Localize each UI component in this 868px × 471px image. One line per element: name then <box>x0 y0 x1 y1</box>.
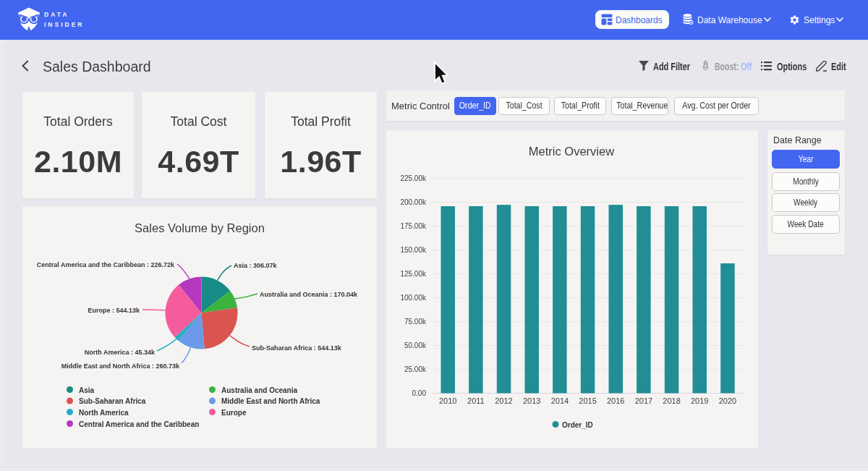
svg-text:Europe: Europe <box>221 409 247 417</box>
svg-text:2014: 2014 <box>551 396 569 405</box>
svg-text:Sub-Saharan Africa : 544.13k: Sub-Saharan Africa : 544.13k <box>252 344 342 352</box>
svg-text:2017: 2017 <box>635 396 652 405</box>
svg-text:150.00k: 150.00k <box>400 246 427 254</box>
svg-text:2013: 2013 <box>523 396 540 405</box>
svg-text:Central America and the Caribb: Central America and the Caribbean : 226.… <box>37 261 175 268</box>
svg-text:2015: 2015 <box>579 396 596 405</box>
svg-text:2012: 2012 <box>495 396 512 405</box>
svg-text:2011: 2011 <box>467 396 485 405</box>
svg-text:Order_ID: Order_ID <box>562 421 593 429</box>
svg-text:100.00k: 100.00k <box>400 294 427 302</box>
svg-text:Sales Volume by Region: Sales Volume by Region <box>135 221 265 234</box>
svg-text:2018: 2018 <box>663 396 680 405</box>
svg-text:2020: 2020 <box>719 396 736 405</box>
svg-text:2010: 2010 <box>439 396 456 405</box>
svg-text:Australia and Oceania: Australia and Oceania <box>221 386 297 394</box>
svg-text:2016: 2016 <box>607 396 624 405</box>
svg-text:175.00k: 175.00k <box>400 222 427 230</box>
svg-text:0.00: 0.00 <box>412 389 427 397</box>
svg-text:North America : 45.34k: North America : 45.34k <box>85 349 156 356</box>
svg-text:Sub-Saharan Africa: Sub-Saharan Africa <box>79 397 146 405</box>
svg-text:North America: North America <box>79 409 129 417</box>
svg-text:225.00k: 225.00k <box>400 174 427 182</box>
svg-text:75.00k: 75.00k <box>404 318 427 326</box>
svg-text:2019: 2019 <box>691 396 708 405</box>
svg-text:Australia and Oceania : 170.04: Australia and Oceania : 170.04k <box>260 291 358 298</box>
svg-text:50.00k: 50.00k <box>404 341 427 349</box>
svg-text:200.00k: 200.00k <box>400 198 427 206</box>
svg-text:25.00k: 25.00k <box>404 365 427 373</box>
svg-text:Asia : 306.07k: Asia : 306.07k <box>234 262 278 269</box>
svg-text:Metric Overview: Metric Overview <box>529 145 614 158</box>
svg-text:Middle East and North Africa: Middle East and North Africa <box>221 397 320 405</box>
svg-text:125.00k: 125.00k <box>400 270 427 278</box>
svg-text:Central America and the Caribb: Central America and the Caribbean <box>79 420 199 428</box>
svg-text:Middle East and North Africa :: Middle East and North Africa : 260.73k <box>61 362 180 370</box>
svg-text:Asia: Asia <box>79 386 95 394</box>
svg-text:Europe : 544.13k: Europe : 544.13k <box>88 307 140 314</box>
